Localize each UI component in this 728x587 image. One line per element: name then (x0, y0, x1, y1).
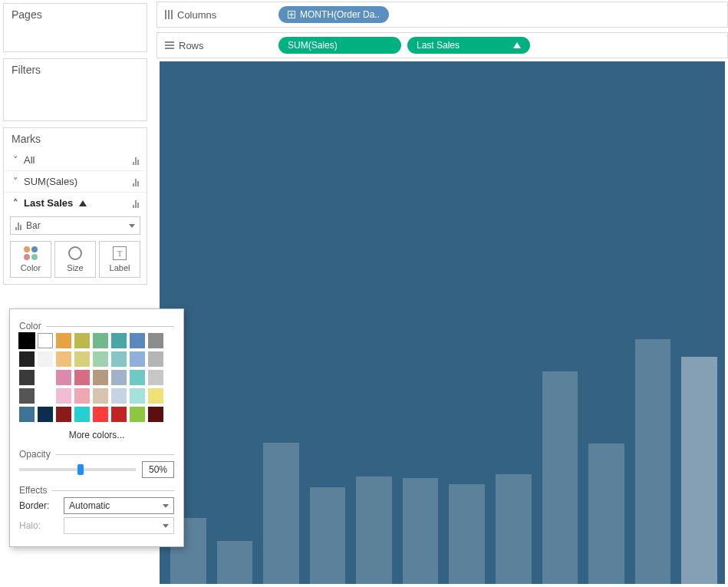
chart-bar[interactable] (310, 487, 346, 584)
color-swatch[interactable] (148, 351, 163, 367)
columns-shelf-label: Columns (165, 9, 272, 21)
chart-bar[interactable] (496, 474, 532, 584)
marks-sum-label: SUM(Sales) (24, 176, 77, 187)
plus-box-icon (288, 11, 295, 18)
rows-pill-last-sales[interactable]: Last Sales (407, 37, 530, 54)
size-button-label: Size (67, 263, 83, 272)
color-swatch[interactable] (93, 333, 108, 348)
columns-shelf[interactable]: Columns MONTH(Order Da.. (156, 2, 728, 28)
color-swatch[interactable] (148, 388, 163, 404)
mark-type-dropdown[interactable]: Bar (10, 216, 140, 235)
chart-bar[interactable] (635, 339, 671, 584)
color-swatch[interactable] (56, 333, 71, 348)
label-button[interactable]: T Label (99, 241, 140, 278)
bar-type-icon (133, 199, 139, 208)
chart-bar[interactable] (263, 443, 299, 584)
marks-all-label: All (24, 154, 35, 166)
rows-shelf[interactable]: Rows SUM(Sales) Last Sales (156, 32, 728, 58)
chart-bar[interactable] (681, 357, 717, 584)
marks-row-sum-sales[interactable]: ˅SUM(Sales) (4, 170, 147, 192)
color-swatch[interactable] (38, 333, 53, 348)
color-swatch[interactable] (93, 407, 108, 422)
color-swatch[interactable] (111, 370, 127, 385)
filters-card: Filters (3, 58, 147, 121)
color-swatch[interactable] (74, 333, 90, 348)
rows-icon (165, 41, 174, 49)
color-swatch[interactable] (130, 333, 145, 348)
label-icon: T (113, 246, 127, 260)
color-swatch[interactable] (56, 351, 71, 367)
chevron-down-icon (163, 524, 169, 528)
color-swatch[interactable] (111, 407, 127, 422)
border-select-value: Automatic (69, 500, 110, 511)
color-button-label: Color (21, 263, 41, 272)
chevron-down-icon: ˅ (12, 154, 19, 166)
pages-header: Pages (4, 4, 147, 25)
color-swatch[interactable] (38, 407, 53, 422)
color-swatch[interactable] (130, 407, 145, 422)
color-swatch[interactable] (111, 351, 127, 367)
opacity-slider[interactable] (19, 468, 136, 471)
color-button[interactable]: Color (10, 241, 51, 278)
delta-icon (513, 42, 521, 48)
border-select[interactable]: Automatic (64, 497, 174, 514)
marks-last-label: Last Sales (24, 197, 73, 209)
chart-bar[interactable] (403, 478, 439, 584)
color-swatch[interactable] (93, 370, 108, 385)
chart-viz (160, 61, 725, 584)
columns-pill-month[interactable]: MONTH(Order Da.. (278, 6, 389, 23)
color-swatch[interactable] (93, 351, 108, 367)
color-swatch[interactable] (111, 333, 127, 348)
color-swatch[interactable] (148, 333, 163, 348)
columns-icon (165, 10, 173, 19)
halo-select (64, 517, 174, 534)
chart-bar[interactable] (356, 477, 392, 584)
marks-row-last-sales[interactable]: ˄Last Sales (4, 192, 147, 213)
size-button[interactable]: Size (54, 241, 96, 278)
color-swatch[interactable] (56, 370, 71, 385)
pages-card: Pages (3, 3, 147, 52)
color-swatch[interactable] (130, 388, 145, 404)
border-label: Border: (19, 500, 58, 511)
color-swatch[interactable] (74, 407, 90, 422)
rows-pill-0-label: SUM(Sales) (288, 40, 338, 51)
more-colors-link[interactable]: More colors... (19, 422, 174, 445)
opacity-input[interactable]: 50% (142, 461, 174, 478)
color-swatch[interactable] (130, 370, 145, 385)
chart-bar[interactable] (217, 541, 253, 584)
marks-card: Marks ˅All ˅SUM(Sales) ˄Last Sales Bar C… (3, 127, 147, 285)
label-button-label: Label (110, 263, 130, 272)
popup-color-header: Color (19, 320, 174, 327)
color-swatch[interactable] (19, 388, 35, 404)
color-swatch[interactable] (93, 388, 108, 404)
color-swatch[interactable] (74, 370, 90, 385)
color-swatch[interactable] (74, 388, 90, 404)
color-swatch[interactable] (56, 407, 71, 422)
color-swatch[interactable] (38, 351, 53, 367)
color-swatch[interactable] (148, 370, 163, 385)
opacity-slider-thumb[interactable] (77, 464, 84, 475)
color-swatch[interactable] (19, 407, 35, 422)
marks-row-all[interactable]: ˅All (4, 150, 147, 170)
columns-pill-label: MONTH(Order Da.. (300, 9, 380, 20)
color-swatch[interactable] (74, 351, 90, 367)
rows-shelf-label: Rows (165, 40, 272, 51)
rows-pill-sum-sales[interactable]: SUM(Sales) (278, 37, 401, 54)
chart-bar[interactable] (449, 484, 485, 584)
color-popup: Color More colors... Opacity 50% Effects… (9, 308, 184, 547)
chart-bar[interactable] (542, 371, 578, 584)
chart-bar[interactable] (588, 444, 624, 584)
marks-header: Marks (4, 128, 147, 150)
color-swatch[interactable] (19, 351, 35, 367)
color-swatch[interactable] (19, 333, 35, 348)
color-swatch[interactable] (148, 407, 163, 422)
size-icon (68, 246, 82, 260)
popup-opacity-header: Opacity (19, 448, 174, 455)
bars-container (167, 320, 717, 584)
popup-effects-header: Effects (19, 484, 174, 491)
color-swatch[interactable] (56, 388, 71, 404)
color-swatch[interactable] (111, 388, 127, 404)
delta-icon (79, 200, 87, 206)
color-swatch[interactable] (130, 351, 145, 367)
color-swatch[interactable] (19, 370, 35, 385)
